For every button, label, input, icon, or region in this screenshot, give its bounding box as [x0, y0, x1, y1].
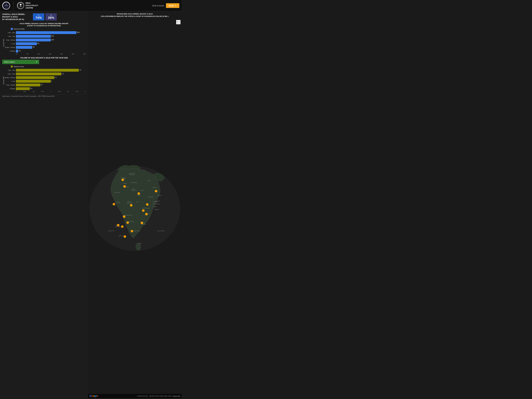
svg-point-55	[146, 203, 149, 206]
volume-bar-row: < 1 lac 1	[5, 80, 86, 83]
volume-y-axis: Income Slab	[2, 69, 5, 92]
x-tick: 30%	[83, 53, 86, 55]
volume-x-tick: 0	[16, 91, 17, 92]
terms-of-use-link[interactable]: Terms of Use	[173, 395, 180, 397]
svg-text:AHMEDABAD: AHMEDABAD	[5, 5, 8, 6]
dropdown-arrow-icon: ▼	[36, 61, 38, 63]
svg-text:MIZORAM: MIZORAM	[154, 209, 159, 210]
yes-label: Yes	[35, 14, 42, 16]
bar-label: > 20 lacs	[5, 50, 16, 52]
volume-x-tick: 2	[85, 91, 86, 92]
volume-bar-label: 5 lac - 10 lacs	[5, 84, 16, 86]
volume-bar-row: 10 lacs - 20 lacs 1.1	[5, 76, 86, 79]
bar-value: 15%	[51, 35, 54, 37]
svg-text:GUJARAT: GUJARAT	[116, 202, 120, 203]
bar-background: 9%	[16, 42, 86, 45]
bar-background: 15%	[16, 38, 86, 41]
right-panel: REGION-WISE GOLD OWNED, BOUGHT & SOLD (Y…	[88, 11, 182, 399]
volume-bar-background: 1.1	[16, 76, 86, 79]
chart1-bar-row: 10 lacs - 20 lacs 7%	[5, 46, 86, 49]
map-attribution: Keyboard shortcuts Map data ©2022 Google…	[137, 395, 180, 397]
svg-text:WEST BENGAL: WEST BENGAL	[152, 203, 160, 204]
svg-point-53	[113, 203, 115, 206]
bar-value: 26%	[76, 32, 80, 33]
bar-value: 7%	[32, 46, 35, 48]
svg-text:JAMMU AND: JAMMU AND	[128, 173, 135, 174]
volume-bar-fill	[16, 83, 40, 86]
volume-bar-row: 2 lac - 5 lac 1.3	[5, 72, 86, 76]
left-panel: OVERALL GOLD OWNED, BOUGHT & SOLD BY HOU…	[0, 11, 88, 399]
igpc-title: INDIA GOLD POLICY CENTRE	[25, 2, 38, 9]
igpc-logo: INDIA GOLD POLICY CENTRE	[17, 2, 38, 9]
svg-text:Bangladesh: Bangladesh	[148, 196, 153, 197]
svg-point-59	[127, 222, 129, 224]
svg-point-51	[138, 192, 140, 195]
no-value: 26%	[48, 16, 55, 19]
chart1-bar-row: > 20 lacs 1%	[5, 50, 86, 53]
svg-point-58	[123, 215, 125, 218]
bar-label: 5 lac - 10 lacs	[5, 39, 16, 41]
volume-legend: Volume in tons	[11, 65, 86, 68]
svg-text:NAGALA...: NAGALA...	[158, 195, 162, 196]
volume-bar-fill	[16, 87, 30, 90]
keyboard-shortcuts[interactable]: Keyboard shortcuts	[137, 395, 148, 397]
bar-value: 9%	[37, 43, 39, 44]
svg-point-52	[155, 190, 157, 192]
volume-bar-label: 10 lacs - 20 lacs	[5, 77, 16, 78]
volume-legend-label: Volume in tons	[14, 66, 24, 67]
chart1-bar-row: 5 lac - 10 lacs 15%	[5, 38, 86, 42]
olive-legend-color	[11, 65, 13, 68]
x-tick: 0%	[16, 53, 18, 55]
x-tick: 10%	[37, 53, 40, 55]
chart1-title: GOLD OWNED, BOUGHT & SOLD BY VARIOUS INC…	[2, 23, 86, 27]
map-data-attribution: Map data ©2022 Google, Mapa GIsrael	[149, 395, 171, 397]
volume-section: VOLUME OF GOLD BOUGHT & SOLD FOR THE YEA…	[2, 57, 86, 92]
volume-bar-value: 0.7	[40, 84, 43, 86]
svg-text:IIM: IIM	[6, 4, 7, 5]
x-tick: 20%	[60, 53, 63, 55]
bar-fill	[16, 38, 51, 41]
gold-dropdown[interactable]: Gold ▼	[166, 3, 179, 8]
volume-bar-value: 1.8	[79, 69, 81, 71]
volume-bar-row: 1 lac - 2 lac 1.8	[5, 69, 86, 72]
map-footer: Google Keyboard shortcuts Map data ©2022…	[88, 394, 182, 398]
volume-bar-background: 1	[16, 80, 86, 83]
chart1-area: 2 lac - 5 lac 26% 1 lac - 2 lac 15% 5 la…	[5, 31, 86, 55]
select-option-dropdown[interactable]: Select option: ▼	[2, 60, 39, 64]
svg-text:Bay of Bengal: Bay of Bengal	[158, 230, 165, 231]
chart1-section: GOLD OWNED, BOUGHT & SOLD BY VARIOUS INC…	[2, 23, 86, 55]
data-source-footer: Data Source : Household Survey of Gold C…	[2, 95, 86, 97]
x-tick: 25%	[72, 53, 74, 55]
india-map: JAMMU AND KASHMIR HIMACHAL PRADESH PUNJA…	[88, 19, 182, 398]
svg-point-61	[117, 224, 120, 227]
yes-no-boxes: Yes 74% No 26%	[33, 13, 57, 20]
expand-icon	[177, 21, 179, 23]
svg-text:UTTAR: UTTAR	[131, 188, 135, 190]
svg-point-60	[141, 222, 143, 224]
chart1-bars: Income slab 2 lac - 5 lac 26% 1 lac - 2 …	[2, 31, 86, 55]
volume-x-tick: 1.25	[58, 91, 60, 92]
chart1-bar-row: 1 lac - 2 lac 15%	[5, 35, 86, 38]
x-tick: 15%	[49, 53, 51, 55]
svg-point-56	[142, 209, 145, 212]
volume-bar-label: < 1 lac	[5, 81, 16, 82]
svg-point-63	[131, 230, 133, 233]
map-expand-button[interactable]	[176, 20, 180, 24]
svg-point-54	[130, 204, 133, 207]
map-container: JAMMU AND KASHMIR HIMACHAL PRADESH PUNJA…	[88, 19, 182, 398]
bar-background: 1%	[16, 50, 86, 52]
svg-text:TAMIL NADU: TAMIL NADU	[133, 230, 140, 231]
svg-text:KASHMIR: KASHMIR	[129, 174, 135, 176]
google-logo: Google	[89, 394, 98, 398]
bar-value: 1%	[18, 50, 21, 52]
header: IIM AHMEDABAD INDIA GOLD POLICY CENTRE	[0, 0, 182, 11]
bar-fill	[16, 42, 37, 45]
main-layout: OVERALL GOLD OWNED, BOUGHT & SOLD BY HOU…	[0, 11, 182, 399]
svg-text:TRIPURA: TRIPURA	[152, 206, 157, 207]
bar-fill	[16, 35, 51, 38]
bar-label: 2 lac - 5 lac	[5, 32, 16, 33]
no-box: No 26%	[45, 13, 57, 20]
igpc-icon	[17, 2, 24, 9]
bar-fill	[16, 50, 18, 52]
volume-bar-row: > 20 lacs 0.4	[5, 87, 86, 90]
